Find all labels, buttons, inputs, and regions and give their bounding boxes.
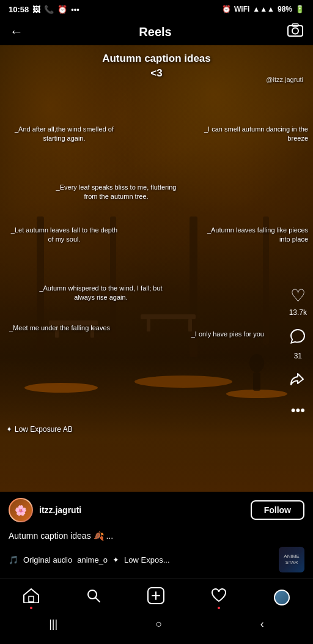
like-button[interactable]: ♡ 13.7k <box>289 286 307 317</box>
audio-creator[interactable]: anime_o <box>77 555 108 564</box>
original-audio-label[interactable]: Original audio <box>23 555 72 564</box>
nav-heart[interactable] <box>211 588 227 607</box>
more-icon: ••• <box>291 402 305 418</box>
filter-tag[interactable]: ✦ Low Exposure AB <box>6 425 73 434</box>
top-nav: ← Reels <box>0 18 313 45</box>
status-left: 10:58 🖼 📞 ⏰ ••• <box>9 5 79 14</box>
nav-search[interactable] <box>86 588 101 607</box>
avatar: 🌸 <box>9 498 33 522</box>
camera-button[interactable] <box>287 23 303 40</box>
system-nav: ||| ○ ‹ <box>0 613 313 637</box>
battery-icon: 🔋 <box>295 5 304 13</box>
profile-avatar <box>274 590 290 605</box>
alarm2-icon: ⏰ <box>222 5 231 13</box>
audio-thumb-text: ANIME STAR <box>279 552 304 566</box>
home-icon <box>23 588 39 607</box>
sys-menu-button[interactable]: ||| <box>49 618 57 631</box>
audio-bar: 🎵 Original audio anime_o ✦ Low Expos... … <box>0 544 313 579</box>
follow-button[interactable]: Follow <box>251 500 304 520</box>
sys-home-button[interactable]: ○ <box>156 618 163 631</box>
status-time: 10:58 <box>9 5 29 14</box>
more-icon: ••• <box>71 5 79 14</box>
heart-dot <box>218 607 220 609</box>
video-container: Autumn caption ideas <3 @itzz.jagruti _A… <box>0 45 313 492</box>
heart-icon: ♡ <box>290 286 306 306</box>
status-bar: 10:58 🖼 📞 ⏰ ••• ⏰ WiFi ▲▲▲ 98% 🔋 <box>0 0 313 18</box>
add-icon <box>147 587 164 608</box>
more-button[interactable]: ••• <box>291 402 305 418</box>
sys-back-button[interactable]: ‹ <box>260 618 264 631</box>
photo-icon: 🖼 <box>32 5 40 14</box>
page-title: Reels <box>139 25 171 39</box>
phone-icon: 📞 <box>44 5 54 14</box>
reel-actions: ♡ 13.7k 31 ••• <box>289 286 307 418</box>
username-label: itzz.jagruti <box>39 505 245 515</box>
user-bar: 🌸 itzz.jagruti Follow <box>0 492 313 528</box>
audio-thumbnail[interactable]: ANIME STAR <box>279 547 304 572</box>
wifi-icon: WiFi <box>234 5 249 13</box>
audio-filter-label[interactable]: Low Expos... <box>124 555 169 564</box>
battery-label: 98% <box>278 5 292 13</box>
nav-home[interactable] <box>23 588 39 607</box>
share-button[interactable] <box>290 371 306 391</box>
filter-label: Low Exposure AB <box>15 425 73 434</box>
home-dot <box>30 607 32 609</box>
svg-point-1 <box>292 28 298 34</box>
filter-icon: ✦ <box>6 425 12 434</box>
audio-filter-icon: ✦ <box>112 555 119 564</box>
share-icon <box>290 371 306 391</box>
heart-nav-icon <box>211 588 227 607</box>
like-count: 13.7k <box>289 308 307 317</box>
signal-icon: ▲▲▲ <box>252 5 274 13</box>
post-caption: Autumn caption ideas 🍂 ... <box>0 528 313 544</box>
nav-profile[interactable] <box>274 590 290 605</box>
back-button[interactable]: ← <box>10 24 23 40</box>
status-right: ⏰ WiFi ▲▲▲ 98% 🔋 <box>222 5 304 13</box>
comment-count: 31 <box>294 352 302 360</box>
video-username-tag: @itzz.jagruti <box>266 76 303 83</box>
audio-wave-icon: 🎵 <box>9 555 18 564</box>
comment-icon <box>289 328 306 349</box>
svg-rect-18 <box>29 596 34 602</box>
bottom-nav <box>0 579 313 613</box>
alarm-icon: ⏰ <box>57 5 67 14</box>
caption-text: Autumn caption ideas 🍂 ... <box>9 531 113 541</box>
nav-add[interactable] <box>147 587 164 608</box>
search-icon <box>86 588 101 607</box>
comment-button[interactable]: 31 <box>289 328 306 360</box>
avatar-inner: 🌸 <box>10 499 32 521</box>
